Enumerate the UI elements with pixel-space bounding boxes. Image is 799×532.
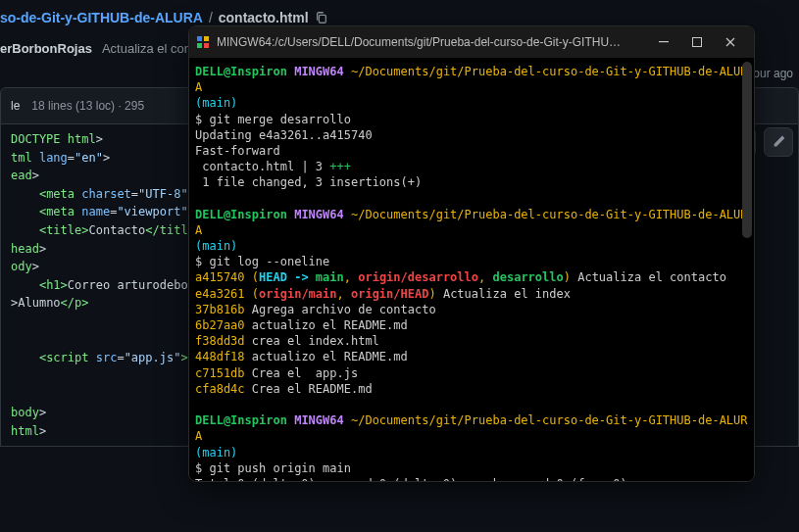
terminal-title: MINGW64:/c/Users/DELL/Documents/git/Prue… bbox=[217, 35, 640, 49]
scrollbar-thumb[interactable] bbox=[742, 62, 752, 238]
commit-relative-time: our ago bbox=[753, 67, 793, 80]
terminal-window[interactable]: MINGW64:/c/Users/DELL/Documents/git/Prue… bbox=[188, 25, 755, 482]
terminal-titlebar[interactable]: MINGW64:/c/Users/DELL/Documents/git/Prue… bbox=[189, 26, 754, 58]
commit-message[interactable]: Actualiza el con bbox=[102, 41, 191, 56]
maximize-button[interactable] bbox=[681, 30, 713, 54]
repo-link[interactable]: so-de-Git-y-GITHUB-de-ALURA bbox=[0, 10, 203, 25]
edit-button[interactable] bbox=[764, 127, 793, 157]
mingw-icon bbox=[197, 36, 209, 48]
commit-author[interactable]: erBorbonRojas bbox=[0, 41, 92, 56]
path-separator: / bbox=[209, 10, 213, 25]
close-button[interactable] bbox=[715, 30, 746, 54]
svg-rect-0 bbox=[319, 15, 325, 23]
terminal-scrollbar[interactable] bbox=[741, 62, 753, 481]
svg-rect-4 bbox=[204, 43, 209, 48]
file-name: contacto.html bbox=[219, 10, 309, 25]
svg-rect-2 bbox=[204, 36, 209, 41]
svg-rect-1 bbox=[197, 36, 202, 41]
terminal-body[interactable]: DELL@Inspiron MINGW64 ~/Documents/git/Pr… bbox=[189, 58, 754, 481]
minimize-button[interactable] bbox=[648, 30, 679, 54]
svg-rect-5 bbox=[659, 41, 669, 42]
code-tab[interactable]: le bbox=[11, 99, 20, 113]
file-lines-stat: 18 lines (13 loc) · 295 bbox=[31, 99, 144, 113]
svg-rect-6 bbox=[693, 38, 702, 47]
copy-path-icon[interactable] bbox=[315, 11, 328, 24]
svg-rect-3 bbox=[197, 43, 202, 48]
